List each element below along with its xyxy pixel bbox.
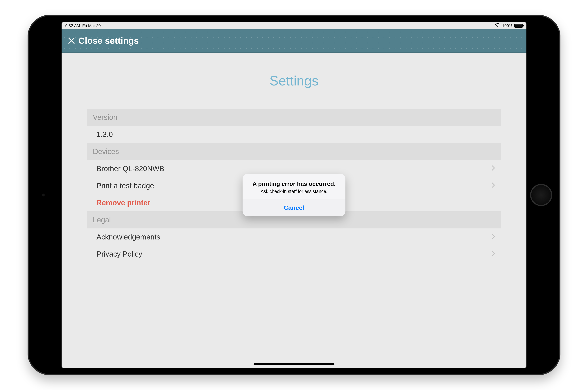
alert-dialog: A printing error has occurred. Ask check… <box>243 174 345 216</box>
alert-title: A printing error has occurred. <box>248 181 340 187</box>
home-button[interactable] <box>530 184 552 206</box>
screen: 9:32 AM Fri Mar 20 100% <box>62 22 526 368</box>
alert-cancel-button[interactable]: Cancel <box>243 199 345 216</box>
ipad-device-frame: 9:32 AM Fri Mar 20 100% <box>28 15 560 375</box>
front-camera <box>42 194 45 196</box>
alert-message: Ask check-in staff for assistance. <box>248 189 340 194</box>
home-indicator[interactable] <box>254 363 334 365</box>
